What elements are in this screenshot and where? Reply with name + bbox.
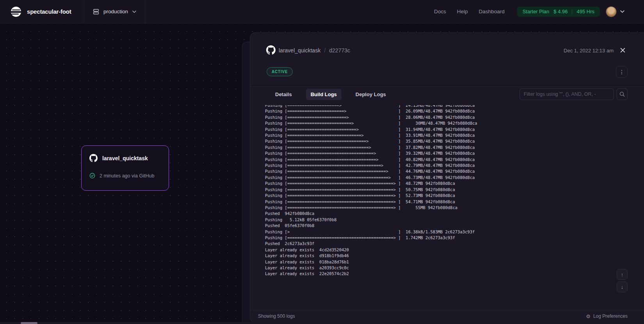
log-line: Layer already exists d918b1f9db46 — [265, 253, 644, 259]
railway-logo-icon — [11, 7, 21, 17]
log-line: Pushing [===============================… — [265, 193, 644, 199]
deployment-repo-name: laravel_quicktask — [279, 47, 320, 54]
log-line: Layer already exists 4cd2d3520420 — [265, 247, 644, 253]
environment-switcher[interactable]: production — [84, 0, 145, 23]
horizontal-scrollbar-thumb[interactable] — [21, 322, 37, 324]
deployment-panel: laravel_quicktask / d22773c Dec 1, 2022 … — [250, 32, 644, 322]
log-line: Pushed 2c6273a3c93f — [265, 241, 644, 247]
deployment-timestamp: Dec 1, 2022 12:13 am — [564, 48, 614, 54]
plan-name: Starter Plan — [523, 9, 550, 14]
project-name: spectacular-foot — [27, 8, 71, 15]
log-line: Pushing [===============================… — [265, 163, 644, 168]
log-filter-input[interactable] — [519, 88, 614, 100]
log-line: Layer already exists 018ba28d76b1 — [265, 259, 644, 265]
github-icon — [266, 45, 276, 55]
github-icon — [89, 154, 98, 162]
status-badge: ACTIVE — [267, 67, 293, 76]
log-line: Pushing [===============================… — [265, 181, 644, 186]
log-line: Pushing [==============================>… — [265, 132, 644, 138]
log-line: Layer already exists 5d3297c34aa9 — [265, 277, 644, 277]
log-line: Layer already exists a20393cc9c0c — [265, 265, 644, 271]
log-preferences-button[interactable]: ⚙ Log Preferences — [586, 313, 628, 319]
nav-right-cluster: Docs Help Dashboard Starter Plan $ 4.96 … — [434, 7, 644, 17]
scroll-to-bottom-button[interactable]: ↓ — [617, 281, 628, 292]
gear-icon: ⚙ — [586, 313, 591, 319]
log-line: Pushing [===============================… — [265, 138, 644, 144]
search-icon — [619, 91, 625, 97]
deployment-menu-button[interactable]: ⋮ — [616, 66, 628, 78]
nav-link-docs[interactable]: Docs — [434, 9, 446, 14]
user-avatar[interactable] — [606, 7, 616, 17]
log-preferences-label: Log Preferences — [593, 313, 628, 319]
top-nav: spectacular-foot production Docs Help Da… — [0, 0, 644, 23]
breadcrumb-separator: / — [324, 47, 326, 54]
project-brand[interactable]: spectacular-foot — [0, 0, 84, 23]
log-line: Pushing [> ] 16.38kB/1.583MB 2c6273a3c93… — [265, 229, 644, 235]
log-line: Pushing [=======================> ] 26.0… — [265, 108, 644, 114]
deployment-breadcrumb: laravel_quicktask / d22773c — [279, 47, 350, 54]
arrow-down-icon: ↓ — [621, 284, 624, 290]
log-line: Pushing [===============================… — [265, 150, 644, 156]
log-line: Pushing [===============================… — [265, 187, 644, 193]
scroll-to-top-button[interactable]: ↑ — [617, 269, 628, 280]
log-line: Layer already exists 22e20574c2b2 — [265, 271, 644, 277]
search-button[interactable] — [617, 88, 628, 100]
log-line: Pushing [===============================… — [265, 145, 644, 150]
deployment-commit-hash: d22773c — [329, 47, 350, 54]
panel-footer: Showing 500 logs ⚙ Log Preferences — [250, 310, 644, 322]
service-card-header: laravel_quicktask — [89, 154, 161, 162]
nav-link-help[interactable]: Help — [457, 9, 468, 14]
log-line: Pushed 05fe6370f0b8 — [265, 223, 644, 229]
log-line: Pushing [===============================… — [265, 199, 644, 205]
log-line: Pushing [===============================… — [265, 205, 644, 211]
plan-usage-badge[interactable]: Starter Plan $ 4.96 495 Hrs — [517, 7, 600, 17]
service-card-status-text: 2 minutes ago via GitHub — [100, 173, 154, 179]
panel-tabs: Details Build Logs Deploy Logs — [270, 89, 391, 100]
log-line: Pushing [===============================… — [265, 175, 644, 181]
log-line: Pushed 942fb080d8ca — [265, 211, 644, 217]
nav-link-dashboard[interactable]: Dashboard — [479, 9, 505, 14]
log-line: Pushing [========================> ] 28.… — [265, 115, 644, 120]
plan-amount: $ 4.96 — [553, 9, 568, 14]
environment-stack-icon — [93, 9, 99, 15]
account-chevron-down-icon[interactable] — [620, 10, 624, 13]
tab-details[interactable]: Details — [270, 89, 297, 100]
tab-build-logs[interactable]: Build Logs — [306, 89, 342, 100]
log-line: Pushing [=====================> ] 24.13M… — [265, 105, 644, 108]
log-line: Pushing [==========================> ] 3… — [265, 120, 644, 126]
horizontal-scrollbar-track[interactable] — [0, 322, 644, 324]
service-card-status-row: 2 minutes ago via GitHub — [89, 173, 161, 179]
arrow-up-icon: ↑ — [621, 272, 624, 277]
environment-name: production — [103, 9, 128, 14]
check-circle-icon — [89, 173, 95, 179]
plan-hours: 495 Hrs — [576, 9, 594, 14]
tab-deploy-logs[interactable]: Deploy Logs — [351, 89, 391, 100]
log-line: Pushing [===============================… — [265, 168, 644, 174]
log-line: Pushing [============================> ]… — [265, 127, 644, 132]
close-icon[interactable] — [618, 46, 627, 54]
tabs-divider — [250, 86, 644, 87]
log-line: Pushing [===============================… — [265, 235, 644, 241]
log-line: Pushing [===============================… — [265, 157, 644, 163]
service-card-laravel-quicktask[interactable]: laravel_quicktask 2 minutes ago via GitH… — [81, 145, 169, 191]
kebab-menu-icon: ⋮ — [619, 69, 624, 75]
log-line: Pushing 5.12kB 05fe6370f0b8 — [265, 217, 644, 223]
service-card-title: laravel_quicktask — [102, 155, 148, 161]
chevron-down-icon — [132, 11, 136, 13]
build-log-output[interactable]: Pushing [=====================> ] 24.13M… — [250, 105, 644, 277]
log-count-text: Showing 500 logs — [258, 313, 295, 319]
plan-badge-divider — [572, 9, 572, 14]
